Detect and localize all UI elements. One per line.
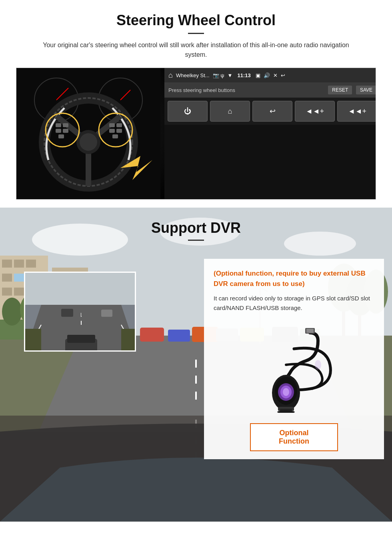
svg-rect-14 <box>56 123 61 127</box>
reset-button[interactable]: RESET <box>328 86 352 94</box>
svg-point-85 <box>283 388 289 396</box>
volume-icon: 🔊 <box>264 72 270 78</box>
screen-controls-row: Press steering wheel buttons RESET SAVE <box>164 82 376 98</box>
dvr-product-image <box>214 321 374 417</box>
steering-title: Steering Wheel Control <box>16 12 376 29</box>
svg-rect-15 <box>63 123 68 127</box>
svg-rect-17 <box>63 129 68 133</box>
wifi-icon: ▼ <box>228 72 233 78</box>
steering-wheel-photo <box>16 68 164 200</box>
key-home[interactable]: ⌂ <box>210 101 250 122</box>
app-name: Wheelkey St... <box>176 72 210 78</box>
back-icon[interactable]: ↩ <box>281 72 285 78</box>
camera-icon: ▣ <box>256 72 260 78</box>
dvr-header: Support DVR <box>0 208 392 247</box>
svg-rect-70 <box>61 309 73 317</box>
svg-rect-72 <box>101 310 112 317</box>
key-vol-up[interactable]: ◄◄+ <box>337 101 376 122</box>
dvr-section: Support DVR <box>0 208 392 522</box>
svg-rect-71 <box>81 308 95 317</box>
press-label: Press steering wheel buttons <box>168 87 235 93</box>
steering-subtitle: Your original car's steering wheel contr… <box>40 40 352 60</box>
svg-rect-23 <box>112 134 118 138</box>
dvr-divider <box>188 240 204 241</box>
dvr-title: Support DVR <box>8 220 384 236</box>
screen-topbar: ⌂ Wheelkey St... 📷 ψ ▼ 11:13 ▣ 🔊 ✕ ↩ <box>164 68 376 82</box>
dvr-description: It can record video only to storage in G… <box>214 294 374 313</box>
svg-rect-22 <box>116 129 122 133</box>
dvr-inset-camera <box>24 272 136 352</box>
time-display: 11:13 <box>237 72 250 78</box>
svg-rect-20 <box>116 123 122 127</box>
close-icon: ✕ <box>273 72 278 78</box>
screen-empty-area <box>164 125 376 199</box>
steering-image-container: ⌂ Wheelkey St... 📷 ψ ▼ 11:13 ▣ 🔊 ✕ ↩ Pre… <box>16 68 376 200</box>
svg-rect-21 <box>109 129 115 133</box>
steering-section: Steering Wheel Control Your original car… <box>0 0 392 208</box>
home-icon[interactable]: ⌂ <box>168 71 173 80</box>
svg-point-11 <box>80 133 97 151</box>
key-vol-down[interactable]: ◄◄+ <box>295 101 335 122</box>
svg-rect-75 <box>25 329 41 352</box>
steering-divider <box>188 33 204 34</box>
signal-icon: 📷 ψ <box>213 72 224 78</box>
dvr-camera-svg <box>238 325 350 413</box>
svg-rect-67 <box>25 273 136 305</box>
screen-buttons-grid: ⏻ ⌂ ↩ ◄◄+ ◄◄+ <box>164 98 376 125</box>
svg-rect-19 <box>109 123 115 127</box>
svg-rect-76 <box>121 329 136 352</box>
svg-rect-80 <box>306 329 314 333</box>
key-back[interactable]: ↩ <box>252 101 292 122</box>
steering-screen: ⌂ Wheelkey St... 📷 ψ ▼ 11:13 ▣ 🔊 ✕ ↩ Pre… <box>164 68 376 199</box>
svg-rect-16 <box>56 129 61 133</box>
dvr-optional-notice: (Optional function, require to buy exter… <box>214 268 374 289</box>
optional-function-button[interactable]: Optional Function <box>250 423 338 451</box>
svg-point-89 <box>315 360 321 370</box>
svg-rect-18 <box>58 134 64 138</box>
save-button[interactable]: SAVE <box>356 86 376 94</box>
dvr-info-card: (Optional function, require to buy exter… <box>204 259 384 459</box>
key-power[interactable]: ⏻ <box>168 101 208 122</box>
svg-rect-78 <box>67 335 95 343</box>
